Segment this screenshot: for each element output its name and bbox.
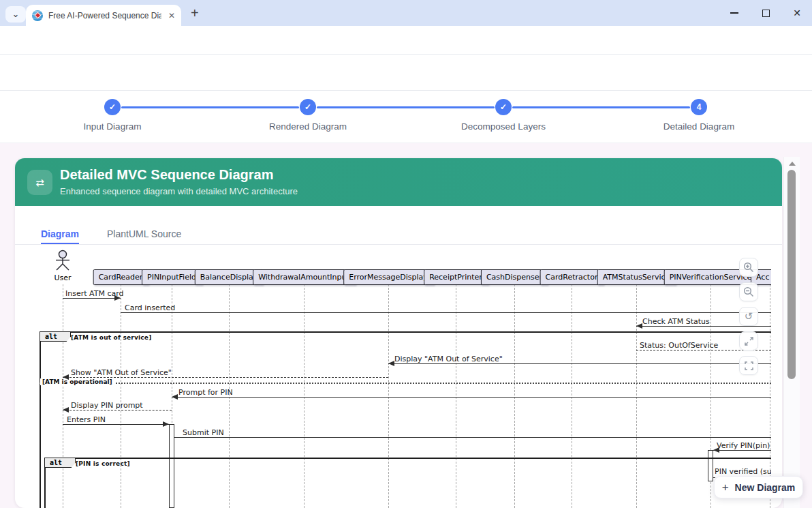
arrowhead-icon bbox=[63, 374, 69, 380]
message-line bbox=[388, 363, 771, 364]
stepper: ✓Input Diagram✓Rendered Diagram✓Decompos… bbox=[0, 91, 812, 143]
fragment-guard: [ATM is out of service] bbox=[71, 334, 151, 341]
arrowhead-icon bbox=[388, 361, 394, 366]
lifeline-withdrawalamountinput bbox=[304, 284, 304, 508]
swap-icon: ⇄ bbox=[27, 170, 52, 195]
participant-box: PINInputField bbox=[142, 269, 202, 285]
arrowhead-icon bbox=[636, 323, 642, 329]
message-line bbox=[63, 377, 388, 378]
step-connector bbox=[512, 106, 690, 108]
scroll-up-icon[interactable] bbox=[789, 162, 796, 166]
new-tab-button[interactable]: + bbox=[191, 5, 199, 21]
lifeline-cardreader bbox=[121, 284, 121, 508]
minimize-icon bbox=[730, 12, 738, 14]
participant-box: ReceiptPrinter bbox=[424, 269, 488, 285]
participant-box: WithdrawalAmountInput bbox=[253, 269, 355, 285]
fragment-guard: [PIN is correct] bbox=[76, 460, 130, 467]
lifeline-errormessagedisplay bbox=[388, 284, 389, 508]
actor-figure-icon bbox=[54, 249, 72, 272]
message-label: Enters PIN bbox=[67, 415, 106, 424]
message-line bbox=[172, 397, 771, 398]
zoom-out-button[interactable] bbox=[739, 282, 758, 301]
step-label-4: Detailed Diagram bbox=[638, 121, 760, 132]
step-label-3: Decomposed Layers bbox=[442, 121, 565, 132]
browser-toolbar: ← → ↻ ai-toolbox.visual-paradigm.com/app… bbox=[0, 26, 812, 55]
message-label: Submit PIN bbox=[183, 428, 224, 437]
message-label: Display PIN prompt bbox=[71, 401, 143, 410]
step-label-1: Input Diagram bbox=[51, 121, 174, 132]
activation-bar bbox=[708, 450, 713, 481]
browser-tabstrip: ⌄ Free AI-Powered Sequence Diag ✕ + ✕ bbox=[0, 0, 812, 26]
fragment-border-top bbox=[44, 458, 771, 459]
scrollbar-track[interactable] bbox=[783, 157, 800, 508]
fragment-operator: alt bbox=[44, 458, 76, 468]
fullscreen-button[interactable] bbox=[739, 356, 758, 375]
step-circle-1[interactable]: ✓ bbox=[104, 99, 121, 115]
step-label-2: Rendered Diagram bbox=[247, 121, 369, 132]
zoom-in-button[interactable] bbox=[739, 258, 758, 277]
panel-tabs: Diagram PlantUML Source bbox=[15, 224, 782, 245]
fragment-divider bbox=[40, 383, 771, 384]
lifeline-cardretractor bbox=[572, 284, 572, 508]
zoom-out-icon bbox=[743, 286, 754, 297]
new-diagram-button[interactable]: + New Diagram bbox=[714, 476, 803, 498]
step-circle-4[interactable]: 4 bbox=[691, 99, 707, 115]
expand-button[interactable] bbox=[739, 331, 758, 350]
tab-favicon-icon bbox=[32, 10, 43, 21]
message-line bbox=[713, 450, 771, 451]
message-label: Insert ATM card bbox=[65, 289, 124, 298]
tab-plantuml-source[interactable]: PlantUML Source bbox=[107, 224, 181, 244]
participant-box: CashDispenser bbox=[481, 269, 548, 285]
message-label: PIN verified (succe bbox=[715, 467, 771, 476]
sequence-canvas[interactable]: User alt[ATM is out of service]alt[PIN i… bbox=[31, 249, 771, 508]
fragment-operator: alt bbox=[40, 331, 71, 342]
message-line bbox=[63, 298, 121, 299]
lifeline-cashdispenser bbox=[514, 284, 515, 508]
lifeline-receiptprinter bbox=[456, 284, 456, 508]
zoom-in-icon bbox=[743, 262, 754, 273]
activation-bar bbox=[169, 424, 174, 508]
tab-title: Free AI-Powered Sequence Diag bbox=[48, 11, 161, 20]
divider-guard: [ATM is operational] bbox=[40, 378, 114, 385]
window-maximize-button[interactable] bbox=[751, 0, 781, 26]
step-circle-2[interactable]: ✓ bbox=[300, 99, 316, 115]
browser-tab[interactable]: Free AI-Powered Sequence Diag ✕ bbox=[26, 5, 181, 26]
participant-box: ErrorMessageDisplay bbox=[343, 269, 433, 285]
tab-diagram[interactable]: Diagram bbox=[41, 224, 79, 244]
plus-icon: + bbox=[722, 481, 729, 494]
arrowhead-icon bbox=[163, 421, 169, 427]
message-label: Prompt for PIN bbox=[178, 388, 233, 397]
window-close-button[interactable]: ✕ bbox=[782, 0, 812, 26]
card-subtitle: Enhanced sequence diagram with detailed … bbox=[60, 186, 298, 196]
participant-box: CardRetractor bbox=[540, 269, 604, 285]
tab-close-icon[interactable]: ✕ bbox=[168, 11, 175, 20]
step-circle-3[interactable]: ✓ bbox=[495, 99, 512, 115]
result-card: ⇄ Detailed MVC Sequence Diagram Enhanced… bbox=[15, 158, 782, 508]
card-header: ⇄ Detailed MVC Sequence Diagram Enhanced… bbox=[15, 158, 782, 206]
message-line bbox=[63, 424, 169, 425]
lifeline-atmstatusservice bbox=[636, 284, 637, 508]
fragment-border-top bbox=[40, 331, 771, 333]
arrowhead-icon bbox=[172, 394, 178, 400]
message-label: Check ATM Status bbox=[642, 317, 710, 326]
maximize-icon bbox=[762, 10, 770, 17]
window-minimize-button[interactable] bbox=[719, 0, 749, 26]
scrollbar-thumb[interactable] bbox=[787, 170, 796, 379]
step-connector bbox=[317, 106, 495, 108]
message-label: Status: OutOfService bbox=[640, 341, 718, 350]
message-label: Display "ATM Out of Service" bbox=[394, 355, 503, 363]
step-connector bbox=[121, 106, 299, 108]
tab-search-button[interactable]: ⌄ bbox=[5, 6, 26, 23]
reset-icon: ↺ bbox=[745, 310, 753, 323]
fragment-border-left bbox=[40, 331, 41, 508]
expand-icon bbox=[744, 336, 754, 346]
zoom-reset-button[interactable]: ↺ bbox=[739, 307, 758, 326]
message-label: Verify PIN(pin) bbox=[717, 441, 770, 450]
app-header: Sequence Diagram Refinement Tool Powered… bbox=[0, 55, 812, 91]
card-title: Detailed MVC Sequence Diagram bbox=[60, 167, 273, 183]
message-line bbox=[174, 437, 771, 438]
message-line bbox=[121, 312, 771, 313]
lifeline-user bbox=[63, 284, 63, 508]
diagram-zoom-controls: ↺ bbox=[739, 258, 758, 375]
arrowhead-icon bbox=[63, 407, 69, 413]
